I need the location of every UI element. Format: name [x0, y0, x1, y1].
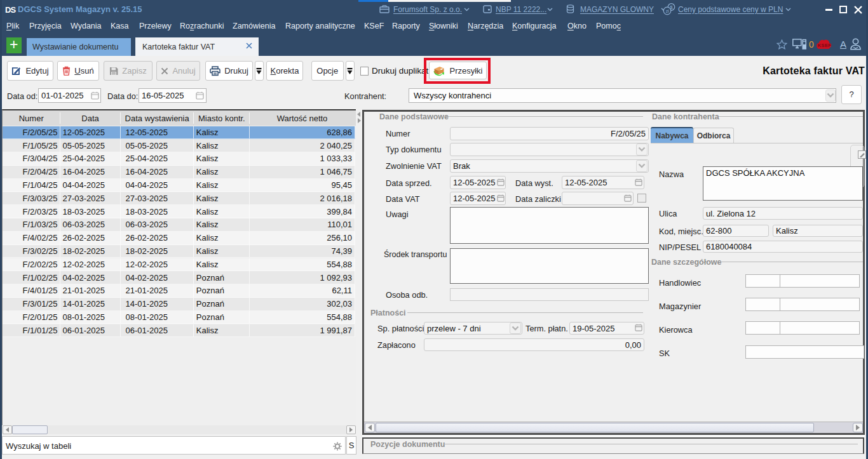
svg-text:KSEF: KSEF	[818, 43, 832, 48]
svg-text:zł: zł	[666, 9, 669, 13]
